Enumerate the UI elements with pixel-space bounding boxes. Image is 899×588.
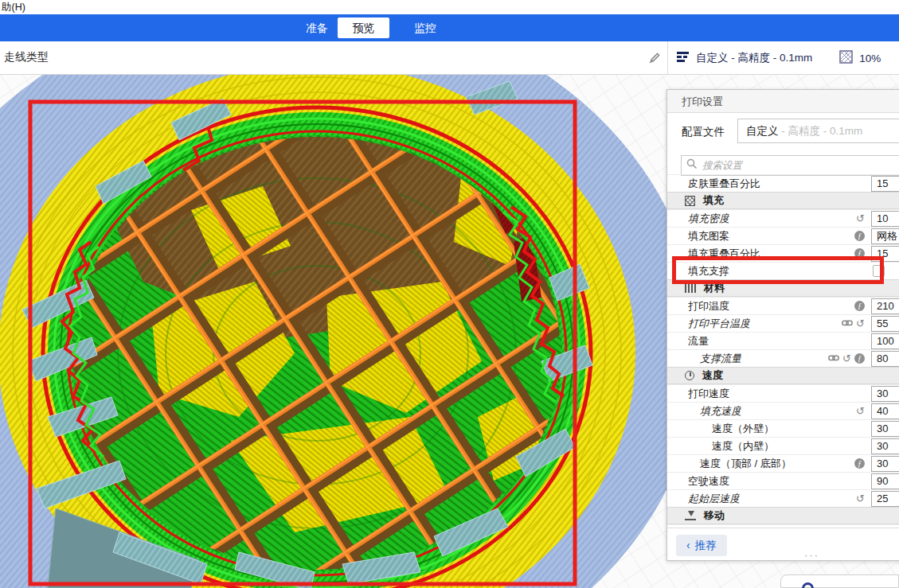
setting-label: 填充支撑 (667, 264, 729, 278)
undo-icon[interactable]: ↺ (856, 212, 865, 224)
search-settings-box[interactable]: 搜索设置 (681, 155, 899, 176)
section-label: 填充 (703, 193, 724, 208)
link-icon[interactable] (828, 352, 839, 364)
material-section-icon (685, 283, 696, 293)
setting-value-field[interactable]: 55 (871, 316, 899, 332)
stage-bar: 准备 预览 监控 (0, 14, 899, 41)
setting-row[interactable]: 速度（顶部 / 底部）ƒ30 (667, 454, 899, 472)
link-icon[interactable] (842, 317, 853, 329)
setting-icons: ↺ (856, 212, 865, 224)
setting-row[interactable]: 流量100 (667, 332, 899, 349)
setting-value-field[interactable]: 30 (871, 421, 899, 437)
profile-row: 配置文件 自定义 - 高精度 - 0.1mm (667, 113, 899, 150)
setting-row[interactable]: 皮肤重叠百分比15 (667, 174, 899, 192)
setting-value-field[interactable]: 30 (871, 456, 899, 472)
setting-value-field[interactable]: 10 (871, 211, 899, 227)
section-label: 材料 (704, 281, 725, 295)
setting-value-field[interactable]: 210 (871, 298, 899, 314)
infill-density-value[interactable]: 10% (859, 53, 881, 64)
settings-section-header: 移动 (667, 507, 899, 524)
setting-icons: ƒ (854, 301, 865, 311)
setting-icons: ↺ (856, 493, 865, 504)
tab-prepare[interactable]: 准备 (296, 14, 338, 41)
setting-value-field[interactable]: 15 (871, 176, 899, 192)
setting-value-field[interactable]: 90 (871, 473, 899, 489)
setting-label: 填充图案 (667, 229, 729, 243)
setting-row[interactable]: 打印温度ƒ210 (667, 297, 899, 314)
setting-value-field[interactable]: 30 (871, 438, 899, 454)
cura-window: 助(H) 准备 预览 监控 走线类型 自定义 - 高精度 - 0.1mm 10% (0, 0, 899, 588)
setting-row[interactable]: 速度（内壁）30 (667, 437, 899, 454)
setting-value-field[interactable]: 80 (871, 351, 899, 367)
infill-section-icon (685, 196, 695, 206)
undo-icon[interactable]: ↺ (842, 352, 851, 364)
settings-section-header: 材料 (667, 279, 899, 297)
setting-label: 填充重叠百分比 (667, 247, 760, 261)
tab-monitor[interactable]: 监控 (405, 14, 446, 41)
setting-label: 皮肤重叠百分比 (667, 177, 760, 191)
panel-header: 打印设置 (667, 90, 899, 113)
info-icon[interactable]: ƒ (854, 248, 865, 259)
setting-row[interactable]: 支撑流量↺ƒ80 (667, 349, 899, 367)
setting-row[interactable]: 填充密度↺10 (667, 209, 899, 227)
undo-icon[interactable]: ↺ (856, 493, 865, 504)
setting-value-field[interactable]: 40 (871, 403, 899, 419)
setting-value-field[interactable]: 网格 (871, 228, 899, 244)
setting-value-field[interactable]: 100 (871, 333, 899, 349)
setting-row[interactable]: 填充重叠百分比ƒ15 (667, 244, 899, 262)
edit-pencil-icon[interactable] (648, 52, 661, 68)
infill-density-icon (839, 50, 853, 67)
settings-section-header: 填充 (667, 192, 899, 209)
setting-label: 填充密度 (667, 212, 729, 226)
setting-row[interactable]: 填充图案ƒ网格 (667, 227, 899, 244)
setting-row[interactable]: 填充速度↺40 (667, 402, 899, 419)
profile-label: 配置文件 (682, 125, 725, 139)
setting-label: 流量 (667, 334, 709, 349)
setting-row[interactable]: 起始层速度↺25 (667, 489, 899, 507)
setting-label: 速度（外壁） (667, 422, 774, 436)
setting-checkbox[interactable] (873, 265, 885, 277)
speed-section-icon (685, 371, 694, 380)
info-icon[interactable]: ƒ (854, 353, 865, 364)
setting-label: 填充速度 (667, 404, 741, 419)
setting-row[interactable]: 打印速度30 (667, 384, 899, 402)
setting-label: 起始层速度 (667, 492, 740, 506)
info-icon[interactable]: ƒ (854, 301, 865, 311)
setting-icons: ƒ (854, 458, 865, 469)
preview-toolbar: 走线类型 自定义 - 高精度 - 0.1mm 10% 开 (0, 41, 899, 75)
toolbar-divider (667, 41, 668, 75)
tab-preview[interactable]: 预览 (338, 18, 389, 38)
setting-icons: ↺ (856, 405, 865, 417)
setting-row[interactable]: 填充支撑 (667, 262, 899, 279)
time-estimate-panel (780, 574, 899, 588)
setting-value-field[interactable]: 15 (871, 246, 899, 262)
setting-label: 打印平台温度 (667, 317, 750, 331)
panel-footer: ‹推荐 ··· (667, 528, 899, 561)
profile-variant: - 高精度 - 0.1mm (779, 125, 863, 137)
setting-icons: ƒ (854, 248, 865, 259)
print-settings-summary[interactable]: 自定义 - 高精度 - 0.1mm (696, 51, 812, 65)
menu-help[interactable]: 助(H) (2, 1, 25, 14)
clock-icon (802, 582, 814, 588)
profile-dropdown[interactable]: 自定义 - 高精度 - 0.1mm (737, 119, 899, 143)
resize-handle[interactable]: ··· (804, 549, 819, 561)
chevron-left-icon: ‹ (686, 539, 690, 551)
setting-row[interactable]: 打印平台温度↺55 (667, 314, 899, 332)
undo-icon[interactable]: ↺ (856, 317, 865, 329)
info-icon[interactable]: ƒ (854, 458, 865, 469)
search-icon (686, 158, 698, 173)
setting-row[interactable]: 空驶速度90 (667, 472, 899, 489)
recommended-button[interactable]: ‹推荐 (676, 535, 727, 556)
recommended-label: 推荐 (695, 539, 717, 551)
setting-value-field[interactable]: 25 (871, 491, 899, 507)
line-type-label[interactable]: 走线类型 (4, 50, 49, 64)
settings-list: 皮肤重叠百分比15填充填充密度↺10填充图案ƒ网格填充重叠百分比ƒ15填充支撑材… (667, 174, 899, 542)
info-icon[interactable]: ƒ (854, 231, 865, 241)
setting-label: 速度（内壁） (667, 439, 774, 454)
undo-icon[interactable]: ↺ (856, 405, 865, 417)
setting-value-field[interactable]: 30 (871, 386, 899, 402)
setting-icons: ↺ƒ (828, 352, 865, 364)
setting-row[interactable]: 速度（外壁）30 (667, 419, 899, 437)
menu-bar: 助(H) (0, 0, 899, 14)
profile-value: 自定义 (746, 125, 779, 137)
